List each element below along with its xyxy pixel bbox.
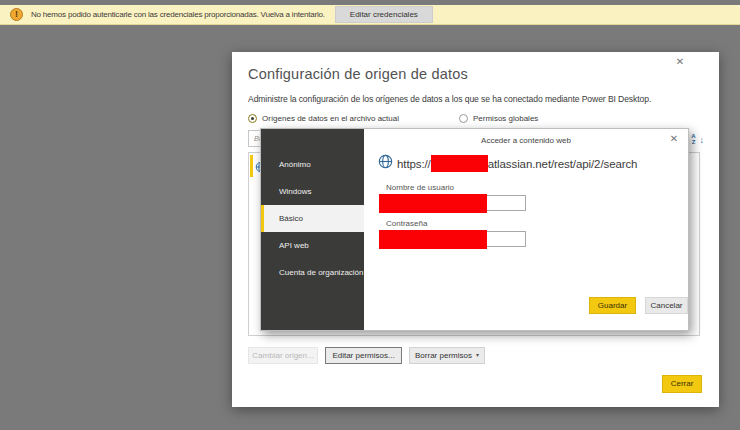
target-url: https://atlassian.net/rest/api/2/search <box>397 155 637 172</box>
radio-current-file-label[interactable]: Orígenes de datos en el archivo actual <box>262 114 399 123</box>
close-button[interactable]: Cerrar <box>662 375 702 393</box>
target-url-row: https://atlassian.net/rest/api/2/search <box>378 154 637 173</box>
clear-permissions-button[interactable]: Borrar permisos▾ <box>409 347 485 364</box>
password-label: Contraseña <box>386 219 427 228</box>
radio-global-permissions-label[interactable]: Permisos globales <box>473 114 538 123</box>
globe-icon <box>378 154 393 173</box>
edit-credentials-button[interactable]: Editar credenciales <box>335 6 433 23</box>
change-source-button[interactable]: Cambiar origen... <box>248 347 318 364</box>
sidebar-item-windows[interactable]: Windows <box>261 178 364 205</box>
sidebar-item-api-web[interactable]: API web <box>261 232 364 259</box>
sort-arrow-icon: ↓ <box>700 134 705 146</box>
redaction-block <box>379 230 487 249</box>
redaction-block <box>379 194 487 213</box>
clear-permissions-label: Borrar permisos <box>415 351 472 360</box>
selected-row-accent <box>250 155 253 177</box>
radio-current-file[interactable] <box>248 114 257 123</box>
radio-global-permissions[interactable] <box>459 114 468 123</box>
credential-sidebar: AnónimoWindowsBásicoAPI webCuenta de org… <box>261 129 364 330</box>
auth-warning-message: No hemos podido autenticarle con las cre… <box>31 10 325 19</box>
credential-form: https://atlassian.net/rest/api/2/search … <box>364 129 688 330</box>
page-title: Configuración de origen de datos <box>248 66 468 82</box>
save-button[interactable]: Guardar <box>589 297 636 314</box>
scope-radio-group: Orígenes de datos en el archivo actual P… <box>248 111 538 125</box>
username-label: Nombre de usuario <box>386 183 454 192</box>
sort-letters: AZ <box>690 133 697 145</box>
auth-warning-banner: ! No hemos podido autenticarle con las c… <box>0 5 740 25</box>
dialog-subtitle: Administre la configuración de los oríge… <box>248 94 651 104</box>
sort-az-icon[interactable]: AZ ↓ <box>690 133 703 148</box>
cancel-button[interactable]: Cancelar <box>645 297 688 314</box>
close-icon[interactable]: ✕ <box>670 54 690 70</box>
redaction-block <box>431 155 488 172</box>
sidebar-item-cuenta-de-organización[interactable]: Cuenta de organización <box>261 259 364 286</box>
edit-permissions-button[interactable]: Editar permisos... <box>325 347 402 364</box>
chevron-down-icon: ▾ <box>476 352 479 358</box>
sidebar-item-anónimo[interactable]: Anónimo <box>261 151 364 178</box>
web-content-credentials-dialog: AnónimoWindowsBásicoAPI webCuenta de org… <box>260 128 689 331</box>
warning-icon: ! <box>10 8 23 21</box>
sidebar-item-básico[interactable]: Básico <box>261 205 364 232</box>
